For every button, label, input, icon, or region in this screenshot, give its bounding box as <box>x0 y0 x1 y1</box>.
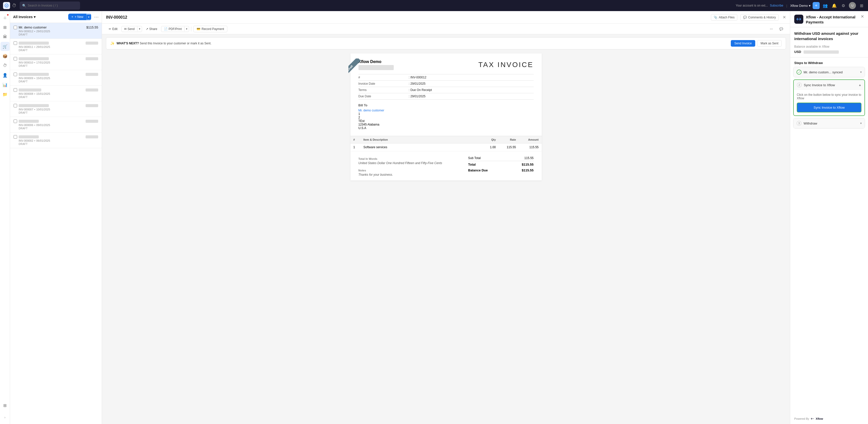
sidebar-item-invoices[interactable]: 🛒 <box>0 42 9 51</box>
xflow-step-2: 2 Sync Invoice to Xflow ▲ Click on the b… <box>793 79 865 116</box>
balance-amount-blur <box>804 50 839 54</box>
clock-icon[interactable]: ⏱ <box>12 3 17 8</box>
invoice-item[interactable]: INV-000010 • 17/01/2025 DRAFT <box>10 54 102 70</box>
invoice-id: INV-000008 <box>19 92 33 95</box>
totals-amounts: Sub Total 115.55 Total $115.55 Balance D… <box>468 155 534 176</box>
invoice-date: 15/01/2025 <box>36 77 50 80</box>
list-more-button[interactable]: ⋯ <box>94 14 99 20</box>
new-dropdown-button[interactable]: ▾ <box>86 15 91 20</box>
sync-invoice-button[interactable]: Sync Invoice to Xflow <box>797 103 862 112</box>
total-row: Total $115.55 <box>468 161 534 167</box>
invoice-checkbox[interactable] <box>13 135 17 139</box>
invoice-document-wrap: Draft Xflow Demo TAX INVOICE # : INV-000… <box>102 49 790 424</box>
xflow-panel-header: Xflow - Accept International Payments ✕ <box>790 11 868 27</box>
invoice-date-value: : 29/01/2025 <box>409 81 534 87</box>
step-2-label: Sync Invoice to Xflow <box>804 83 857 87</box>
xflow-step-3: 3 Withdraw ▾ <box>793 118 865 129</box>
invoice-item[interactable]: INV-000008 • 15/01/2025 DRAFT <box>10 86 102 101</box>
invoice-item[interactable]: INV-000011 • 29/01/2025 DRAFT <box>10 39 102 54</box>
invoice-checkbox[interactable] <box>13 57 17 60</box>
balance-value: USD <box>794 50 864 54</box>
settings-icon[interactable]: ⚙ <box>840 2 847 9</box>
notification-dot <box>7 14 8 16</box>
invoice-item[interactable]: INV-000009 • 15/01/2025 DRAFT <box>10 70 102 86</box>
grid-nav-icon[interactable]: ⊞ <box>858 2 865 9</box>
pdf-print-dropdown-button[interactable]: ▾ <box>184 26 189 31</box>
magic-icon: ✨ <box>110 41 115 46</box>
invoice-checkbox[interactable] <box>13 88 17 92</box>
chat-button[interactable]: 💬 <box>777 26 786 32</box>
new-main-button[interactable]: + + New <box>68 14 86 20</box>
xflow-step-3-header[interactable]: 3 Withdraw ▾ <box>794 118 865 128</box>
xflow-panel: Xflow - Accept International Payments ✕ … <box>790 11 868 424</box>
due-date-value: : 29/01/2025 <box>409 93 534 99</box>
share-button[interactable]: ↗ Share <box>143 26 160 32</box>
invoice-date: 29/01/2025 <box>36 46 50 48</box>
all-invoices-filter[interactable]: All Invoices ▾ <box>13 15 35 19</box>
invoice-item[interactable]: INV-000002 • 06/01/2025 DRAFT <box>10 133 102 148</box>
comments-history-button[interactable]: 💬 Comments & History <box>740 14 779 21</box>
mark-as-sent-button[interactable]: Mark as Sent <box>757 40 782 47</box>
app-logo[interactable] <box>3 2 10 9</box>
send-invoice-button[interactable]: Send Invoice <box>731 40 755 47</box>
send-dropdown-button[interactable]: ▾ <box>137 26 142 31</box>
chevron-down-icon: ▾ <box>809 4 811 7</box>
invoice-checkbox[interactable] <box>13 119 17 123</box>
invoice-status: DRAFT <box>13 64 98 67</box>
bank-icon: 🏛 <box>3 34 7 39</box>
sidebar-expand-btn[interactable]: › <box>0 413 9 422</box>
edit-button[interactable]: ✏ Edit <box>106 26 120 32</box>
xflow-step-2-header[interactable]: 2 Sync Invoice to Xflow ▲ <box>794 80 865 90</box>
invoice-status: DRAFT <box>13 143 98 145</box>
search-bar[interactable]: 🔍 <box>20 1 80 9</box>
workspace-selector[interactable]: Xflow Demo ▾ <box>790 4 811 7</box>
xflow-logo <box>794 15 803 24</box>
invoice-customer-name: Mr. demo customer <box>19 25 85 29</box>
xflow-close-button[interactable]: ✕ <box>861 14 864 19</box>
people-icon[interactable]: 👥 <box>822 2 829 9</box>
sidebar-item-timer[interactable]: ⏱ <box>0 61 9 70</box>
invoice-amount <box>86 88 98 91</box>
xflow-balance-section: Balance available in Xflow USD <box>790 41 868 57</box>
col-num: # <box>350 136 361 143</box>
step-2-content: Click on the button below to sync your i… <box>794 90 865 115</box>
invoice-checkbox[interactable] <box>13 73 17 76</box>
new-item-button[interactable]: + <box>813 2 820 9</box>
invoice-item[interactable]: Mr. demo customer $115.55 INV-000012 • 2… <box>10 23 102 39</box>
sidebar-item-documents[interactable]: 📁 <box>0 90 9 99</box>
subtotal-row: Sub Total 115.55 <box>468 155 534 161</box>
invoice-checkbox[interactable] <box>13 26 17 29</box>
invoice-item[interactable]: INV-000006 • 09/01/2025 DRAFT <box>10 117 102 133</box>
invoice-id: INV-000007 <box>19 108 33 111</box>
attach-files-button[interactable]: 📎 Attach Files <box>711 14 737 21</box>
comment-icon: 💬 <box>743 16 747 19</box>
pdf-print-main-button[interactable]: 📄 PDF/Print <box>161 26 184 32</box>
sidebar-item-home[interactable]: ⌂ <box>0 13 9 22</box>
avatar[interactable]: U <box>849 2 856 9</box>
invoice-item[interactable]: INV-000007 • 10/01/2025 DRAFT <box>10 101 102 117</box>
invoice-checkbox[interactable] <box>13 41 17 45</box>
sidebar-item-apps[interactable]: ⊞ <box>0 401 9 410</box>
sidebar-item-bank[interactable]: 🏛 <box>0 32 9 41</box>
send-main-button[interactable]: ✉ Send <box>122 26 137 32</box>
subscribe-button[interactable]: Subscribe <box>770 4 783 7</box>
record-payment-button[interactable]: 💳 Record Payment <box>193 26 227 32</box>
share-icon: ↗ <box>146 27 148 31</box>
doc-info-section: # : INV-000012 Invoice Date : 29/01/2025… <box>350 74 542 100</box>
xflow-step-1-header[interactable]: ✓ Mr. demo custom... synced ▾ <box>794 67 865 77</box>
sidebar-item-box[interactable]: 📦 <box>0 51 9 60</box>
sidebar-item-reports[interactable]: 📊 <box>0 80 9 89</box>
step-1-chevron-icon: ▾ <box>860 70 862 74</box>
detail-close-button[interactable]: ✕ <box>783 15 786 20</box>
search-input[interactable] <box>28 4 78 7</box>
line-item-desc: Software services <box>361 143 479 151</box>
sidebar-item-grid[interactable]: ⊞ <box>0 23 9 32</box>
sidebar-item-contacts[interactable]: 👤 <box>0 70 9 80</box>
invoice-customer-name <box>19 41 49 45</box>
invoice-date-label: Invoice Date <box>359 81 409 87</box>
more-options-button[interactable]: ⋯ <box>767 26 776 32</box>
bell-icon[interactable]: 🔔 <box>831 2 838 9</box>
total-in-words-value: United States Dollar One Hundred Fifteen… <box>359 161 460 165</box>
invoice-date: 06/01/2025 <box>36 139 50 142</box>
invoice-checkbox[interactable] <box>13 104 17 107</box>
